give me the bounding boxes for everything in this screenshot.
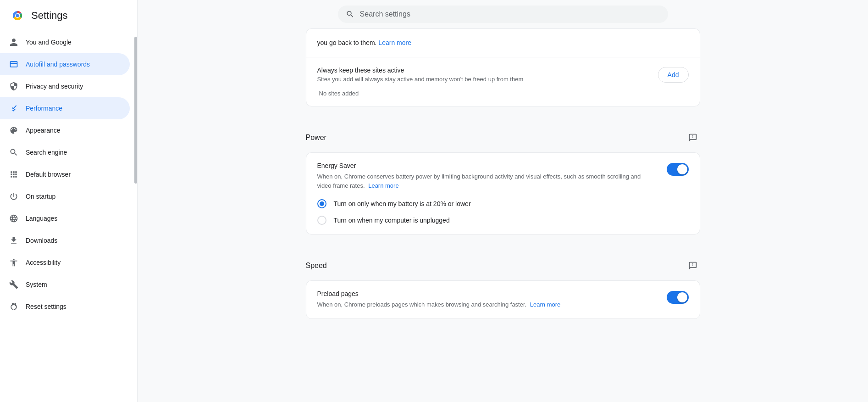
preload-pages-header: Preload pages When on, Chrome preloads p… bbox=[317, 290, 689, 309]
energy-saver-options: Turn on only when my battery is at 20% o… bbox=[317, 199, 689, 225]
accessibility-icon bbox=[9, 258, 18, 267]
feedback-icon bbox=[688, 133, 697, 142]
radio-label-battery-20: Turn on only when my battery is at 20% o… bbox=[334, 200, 471, 207]
svg-point-5 bbox=[16, 14, 19, 17]
speed-section-title: Speed bbox=[306, 262, 327, 270]
sidebar-item-label: Search engine bbox=[26, 149, 67, 156]
system-icon bbox=[9, 280, 18, 289]
sidebar-item-label: Languages bbox=[26, 215, 57, 222]
always-active-card: you go back to them. Learn more Always k… bbox=[306, 28, 700, 106]
radio-circle-battery-20 bbox=[317, 199, 326, 208]
shield-icon bbox=[9, 82, 18, 91]
radio-option-battery-20[interactable]: Turn on only when my battery is at 20% o… bbox=[317, 199, 689, 208]
sidebar-item-label: On startup bbox=[26, 193, 55, 200]
sidebar-header: Settings bbox=[0, 0, 137, 29]
always-active-row: Always keep these sites active Sites you… bbox=[317, 67, 689, 83]
sidebar-item-label: Autofill and passwords bbox=[26, 61, 90, 68]
speed-feedback-icon bbox=[688, 261, 697, 270]
download-icon bbox=[9, 236, 18, 245]
main-content: you go back to them. Learn more Always k… bbox=[138, 0, 868, 402]
sidebar-item-label: Reset settings bbox=[26, 303, 66, 310]
power-section-title: Power bbox=[306, 134, 326, 142]
person-icon bbox=[9, 38, 18, 47]
preload-learn-more-link[interactable]: Learn more bbox=[530, 301, 560, 308]
energy-saver-card: Energy Saver When on, Chrome conserves b… bbox=[306, 152, 700, 234]
speed-section-header: Speed bbox=[306, 246, 700, 280]
energy-saver-title: Energy Saver bbox=[317, 162, 647, 169]
preload-pages-toggle[interactable] bbox=[667, 291, 689, 304]
appearance-icon bbox=[9, 126, 18, 135]
sidebar-item-label: Accessibility bbox=[26, 259, 61, 266]
preload-pages-content: Preload pages When on, Chrome preloads p… bbox=[317, 290, 561, 309]
power-feedback-button[interactable] bbox=[686, 130, 700, 145]
search-input[interactable] bbox=[360, 10, 660, 18]
sidebar-scrollbar-thumb[interactable] bbox=[134, 37, 137, 184]
sidebar-item-search-engine[interactable]: Search engine bbox=[0, 141, 130, 163]
search-bar bbox=[338, 6, 668, 23]
always-active-description: Sites you add will always stay active an… bbox=[317, 76, 524, 83]
speed-feedback-button[interactable] bbox=[686, 258, 700, 273]
preload-pages-toggle-thumb bbox=[677, 292, 687, 302]
always-active-title: Always keep these sites active bbox=[317, 67, 524, 74]
search-bar-container bbox=[156, 0, 850, 28]
search-icon bbox=[346, 10, 354, 19]
card-intro: you go back to them. Learn more bbox=[306, 29, 700, 57]
radio-option-unplugged[interactable]: Turn on when my computer is unplugged bbox=[317, 216, 689, 225]
energy-saver-header: Energy Saver When on, Chrome conserves b… bbox=[317, 162, 689, 190]
sidebar-item-languages[interactable]: Languages bbox=[0, 207, 130, 229]
energy-saver-content: Energy Saver When on, Chrome conserves b… bbox=[317, 162, 647, 190]
card-intro-text: you go back to them. Learn more bbox=[317, 39, 411, 46]
preload-pages-description: When on, Chrome preloads pages which mak… bbox=[317, 300, 561, 309]
intro-learn-more-link[interactable]: Learn more bbox=[378, 39, 411, 46]
browser-icon bbox=[9, 170, 18, 179]
always-active-text: Always keep these sites active Sites you… bbox=[317, 67, 524, 83]
sidebar-item-label: Performance bbox=[26, 105, 62, 112]
power-section-header: Power bbox=[306, 117, 700, 152]
sidebar-item-label: You and Google bbox=[26, 39, 72, 46]
sidebar-scrollbar-track[interactable] bbox=[134, 0, 137, 402]
app-title: Settings bbox=[31, 10, 68, 22]
always-active-section: Always keep these sites active Sites you… bbox=[306, 57, 700, 106]
sidebar-item-reset-settings[interactable]: Reset settings bbox=[0, 296, 130, 318]
language-icon bbox=[9, 214, 18, 223]
search-icon bbox=[9, 148, 18, 157]
energy-saver-learn-more-link[interactable]: Learn more bbox=[368, 182, 398, 189]
content-area: you go back to them. Learn more Always k… bbox=[306, 28, 700, 319]
sidebar-item-you-and-google[interactable]: You and Google bbox=[0, 31, 130, 53]
energy-saver-toggle-thumb bbox=[677, 164, 687, 174]
sidebar-item-performance[interactable]: Performance bbox=[0, 97, 130, 119]
sidebar-item-on-startup[interactable]: On startup bbox=[0, 185, 130, 207]
add-site-button[interactable]: Add bbox=[658, 67, 689, 83]
no-sites-text: No sites added bbox=[317, 90, 689, 97]
sidebar-nav: You and Google Autofill and passwords Pr… bbox=[0, 29, 137, 319]
startup-icon bbox=[9, 192, 18, 201]
performance-icon bbox=[9, 104, 18, 113]
sidebar-item-autofill-and-passwords[interactable]: Autofill and passwords bbox=[0, 53, 130, 75]
preload-pages-card: Preload pages When on, Chrome preloads p… bbox=[306, 280, 700, 319]
sidebar-item-default-browser[interactable]: Default browser bbox=[0, 163, 130, 185]
autofill-icon bbox=[9, 60, 18, 69]
sidebar-item-appearance[interactable]: Appearance bbox=[0, 119, 130, 141]
sidebar-item-system[interactable]: System bbox=[0, 274, 130, 296]
sidebar-item-privacy-and-security[interactable]: Privacy and security bbox=[0, 75, 130, 97]
sidebar-item-accessibility[interactable]: Accessibility bbox=[0, 251, 130, 274]
sidebar-item-label: Privacy and security bbox=[26, 83, 83, 90]
sidebar-item-label: Downloads bbox=[26, 237, 57, 244]
energy-saver-toggle[interactable] bbox=[667, 163, 689, 176]
reset-icon bbox=[9, 302, 18, 311]
sidebar-item-label: Default browser bbox=[26, 171, 71, 178]
radio-label-unplugged: Turn on when my computer is unplugged bbox=[334, 217, 450, 224]
chrome-logo-icon bbox=[9, 7, 26, 24]
sidebar-item-label: Appearance bbox=[26, 127, 61, 134]
preload-pages-title: Preload pages bbox=[317, 290, 561, 297]
energy-saver-description: When on, Chrome conserves battery power … bbox=[317, 172, 647, 190]
sidebar-item-downloads[interactable]: Downloads bbox=[0, 229, 130, 251]
radio-circle-unplugged bbox=[317, 216, 326, 225]
sidebar-item-label: System bbox=[26, 281, 47, 288]
sidebar: Settings You and Google Autofill and pas… bbox=[0, 0, 138, 402]
